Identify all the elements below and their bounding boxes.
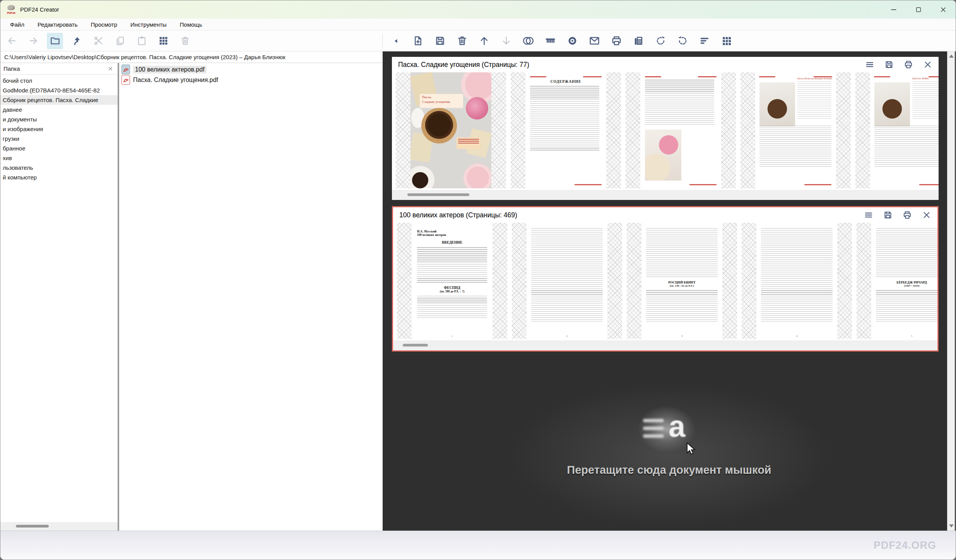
move-down-button[interactable] [500,33,513,49]
document-toolbar [383,33,956,49]
page-thumbnail[interactable]: РОСЦИЙ КВИНТ(ок. 130—62 до Р.Х.)3 [627,223,737,339]
interleave-button[interactable] [522,33,535,49]
arrow-right-icon [28,36,39,46]
close-button[interactable] [931,0,956,19]
file-list-item[interactable]: 100 великих актеров.pdf [121,64,383,75]
scrollbar-thumb[interactable] [403,344,428,347]
doc-close-button[interactable] [923,60,932,69]
lens-icon [567,35,578,46]
window-title: PDF24 Creator [20,6,59,13]
forward-button[interactable] [25,33,41,49]
sidebar-close-button[interactable] [107,65,114,72]
sidebar-folder-item[interactable]: Сборник рецептов. Пасха. Сладкие [0,95,118,105]
maximize-icon [915,6,922,14]
app-logo-icon: PDF24 [6,4,16,15]
sort-button[interactable] [698,33,711,49]
back-button[interactable] [3,33,20,49]
sidebar-folder-item[interactable]: й компьютер [0,172,118,182]
cut-button[interactable] [90,33,106,49]
drop-zone[interactable]: a Перетащите сюда документ мышкой [383,352,956,531]
document-panel: Пасха. Сладкие угощения (Страницы: 77)Па… [383,51,956,531]
page-title: И.А. Мусский100 великих актеровВВЕДЕНИЕФ… [412,223,493,339]
save-all-button[interactable] [434,33,446,49]
file-list: 100 великих актеров.pdfПасха. Сладкие уг… [119,63,383,531]
doc-save-button[interactable] [883,210,893,220]
page-thumbnail[interactable]: БЁРБЕДЖ РИЧАРД(1567—1619)5 [857,223,937,339]
page-thumbnail[interactable]: Пасха.Сладкие угощения. [396,72,506,188]
copy-button[interactable] [112,33,128,49]
doc-menu-button[interactable] [865,60,874,69]
upload-icon [72,36,82,46]
print-icon [611,35,622,46]
email-button[interactable] [588,33,601,49]
menu-item-2[interactable]: Редактировать [31,21,84,28]
file-plus-icon [412,35,424,46]
sort-icon [699,35,710,46]
menu-item-4[interactable]: Инструменты [124,21,173,28]
close-icon [107,65,114,72]
upload-button[interactable] [68,33,85,49]
sidebar-folder-item[interactable]: бочий стол [0,76,118,85]
page-thumbnail[interactable]: 2 [512,223,622,339]
paste-button[interactable] [133,33,150,49]
acrobat-mark-icon [123,77,128,83]
add-document-button[interactable] [412,33,424,49]
pdf24-watermark: PDF24.ORG [874,540,936,551]
app-window: PDF24 PDF24 Creator ФайлРедактироватьПро… [0,0,956,560]
sidebar-folder-item[interactable]: бранное [0,143,118,153]
file-name: Пасха. Сладкие угощения.pdf [133,77,218,84]
document-card[interactable]: Пасха. Сладкие угощения (Страницы: 77)Па… [392,57,939,200]
thumbnail-view-button[interactable] [155,33,171,49]
move-up-button[interactable] [478,33,491,49]
minimize-button[interactable] [881,0,906,19]
view-grid-icon [158,36,169,46]
doc-menu-button[interactable] [864,210,873,220]
fax-button[interactable] [632,33,645,49]
maximize-button[interactable] [906,0,931,19]
doc-print-button[interactable] [904,60,913,69]
sidebar-folder-item[interactable]: грузки [0,134,118,143]
menu-item-3[interactable]: Просмотр [84,21,124,28]
page-thumbnail[interactable]: ПАСХА ЗЕБРА [855,72,939,188]
save-icon [883,210,893,220]
scrollbar-thumb[interactable] [407,193,469,196]
doc-close-button[interactable] [922,210,931,220]
delete-document-button[interactable] [456,33,469,49]
doc-print-button[interactable] [903,210,912,220]
menu-item-5[interactable]: Помощь [173,21,209,28]
preview-button[interactable] [566,33,579,49]
sidebar-folder-item[interactable]: и изображения [0,124,118,134]
page-thumbnail[interactable]: И.А. Мусский100 великих актеровВВЕДЕНИЕФ… [397,223,507,339]
collapse-panel-button[interactable] [390,33,402,49]
page-thumbnail[interactable] [626,72,736,188]
page-thumbnail[interactable]: Пасха Шоколад Фундук-Клюква [741,72,851,188]
sidebar-folder-item[interactable]: хив [0,153,118,163]
doc-save-button[interactable] [884,60,894,69]
merge-button[interactable] [544,33,557,49]
file-list-item[interactable]: Пасха. Сладкие угощения.pdf [121,75,383,85]
open-folder-button[interactable] [47,33,63,49]
menu-item-1[interactable]: Файл [3,21,31,28]
grid-view-button[interactable] [720,33,733,49]
rotate-left-button[interactable] [654,33,667,49]
sidebar-folder-item[interactable]: льзователь [0,163,118,172]
page-thumbnail[interactable]: 4 [742,223,852,339]
print-button[interactable] [610,33,623,49]
document-horizontal-scrollbar[interactable] [392,190,939,200]
rotate-right-button[interactable] [676,33,689,49]
sidebar-folder-item[interactable]: давнее [0,105,118,114]
sidebar-folder-item[interactable]: и документы [0,114,118,124]
acrobat-mark-icon [123,67,128,72]
scroll-up-arrow-icon[interactable] [949,55,954,58]
sidebar-folder-item[interactable]: GodMode.{ED7BA470-8E54-465E-82 [0,85,118,95]
pdf24-drop-logo: a [638,406,696,453]
panel-vertical-scrollbar[interactable] [947,51,955,531]
sidebar-horizontal-scrollbar[interactable] [0,522,118,531]
page-thumbnail[interactable]: СОДЕРЖАНИЕ [511,72,621,188]
path-bar[interactable]: C:\Users\Valeriy Lipovtsev\Desktop\Сборн… [0,51,383,63]
scrollbar-thumb[interactable] [16,525,49,528]
document-horizontal-scrollbar[interactable] [393,340,937,350]
delete-button[interactable] [177,33,193,49]
scroll-down-arrow-icon[interactable] [949,524,954,528]
document-card[interactable]: 100 великих актеров (Страницы: 469)И.А. … [392,206,939,352]
